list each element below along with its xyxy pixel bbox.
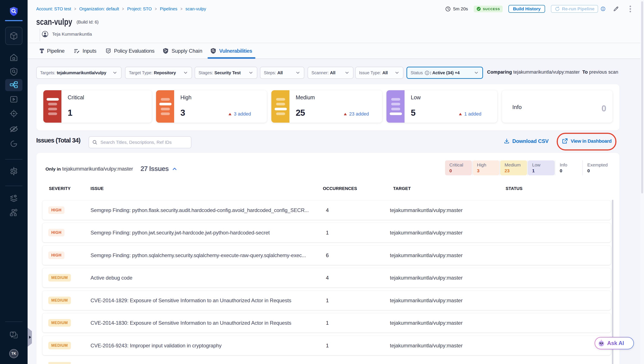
- svg-text:?: ?: [12, 332, 14, 335]
